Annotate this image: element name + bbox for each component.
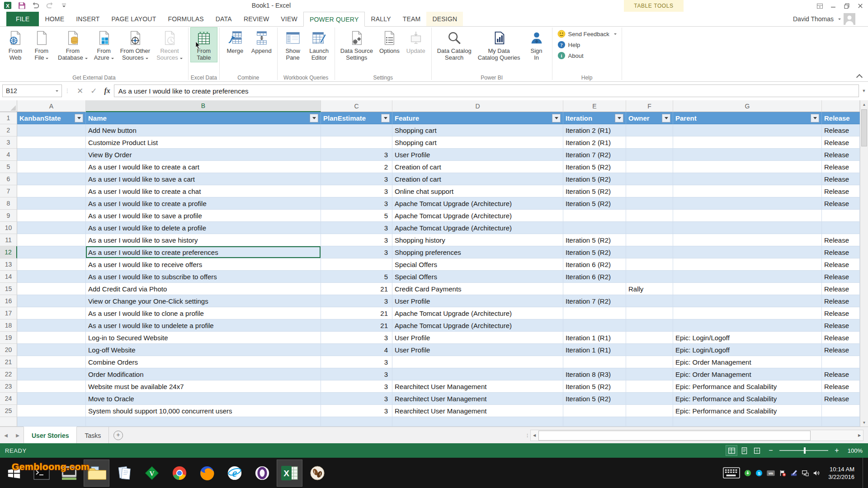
cell[interactable] xyxy=(17,344,86,356)
cell[interactable]: Special Offers xyxy=(392,271,563,283)
cell[interactable]: Website must be available 24x7 xyxy=(86,380,321,393)
table-header-parent[interactable]: Parent xyxy=(673,112,822,124)
from-table-button[interactable]: FromTable xyxy=(191,28,217,62)
cell[interactable]: Apache Tomcat Upgrade (Architecture) xyxy=(392,210,563,222)
cell[interactable] xyxy=(563,356,626,368)
row-header-9[interactable]: 9 xyxy=(0,210,17,222)
column-header-A[interactable]: A xyxy=(17,100,86,112)
taskbar-firefox-button[interactable] xyxy=(194,460,219,486)
tray-volume-icon[interactable] xyxy=(813,469,820,477)
cell[interactable] xyxy=(822,356,860,368)
cell[interactable] xyxy=(626,136,673,149)
taskbar-chrome-button[interactable] xyxy=(167,460,192,486)
tray-sync-icon[interactable] xyxy=(744,469,751,477)
cell[interactable] xyxy=(563,307,626,319)
sheet-prev-icon[interactable]: ◀ xyxy=(0,427,12,444)
cell[interactable] xyxy=(626,380,673,393)
cell[interactable]: Epic: Performance and Scalability xyxy=(673,405,822,417)
cell[interactable]: Release xyxy=(822,185,860,197)
cell[interactable] xyxy=(17,246,86,258)
cell[interactable]: Release xyxy=(822,234,860,246)
cell[interactable] xyxy=(626,185,673,197)
cell[interactable] xyxy=(17,332,86,344)
tab-rally[interactable]: RALLY xyxy=(365,12,396,26)
cell[interactable]: View By Order xyxy=(86,149,321,161)
cell[interactable]: As a user I would like to subscribe to o… xyxy=(86,271,321,283)
ribbon-options-button[interactable] xyxy=(813,0,826,11)
cell[interactable]: As a user I would like to undelete a pro… xyxy=(86,319,321,332)
cell[interactable]: Iteration 8 (R3) xyxy=(563,368,626,380)
row-header-18[interactable]: 18 xyxy=(0,319,17,332)
vertical-scroll-thumb[interactable] xyxy=(861,109,867,146)
cell[interactable]: 5 xyxy=(321,271,392,283)
cell[interactable] xyxy=(673,307,822,319)
page-layout-view-button[interactable] xyxy=(739,446,750,455)
sign-in-button[interactable]: SignIn xyxy=(524,28,550,62)
cell[interactable]: Apache Tomcat Upgrade (Architecture) xyxy=(392,307,563,319)
cell[interactable] xyxy=(17,271,86,283)
cell[interactable] xyxy=(673,210,822,222)
new-sheet-button[interactable]: + xyxy=(109,427,127,444)
filter-dropdown-icon[interactable] xyxy=(381,114,390,122)
cancel-icon[interactable]: ✕ xyxy=(77,86,83,96)
row-header-5[interactable]: 5 xyxy=(0,161,17,173)
taskbar-clock[interactable]: 10:14 AM3/22/2016 xyxy=(824,465,859,481)
cell[interactable] xyxy=(626,368,673,380)
cell[interactable]: 3 xyxy=(321,185,392,197)
cell[interactable] xyxy=(673,136,822,149)
tab-view[interactable]: VIEW xyxy=(275,12,303,26)
filter-dropdown-icon[interactable] xyxy=(662,114,670,122)
restore-button[interactable] xyxy=(840,0,854,11)
zoom-in-button[interactable]: + xyxy=(834,446,840,455)
column-header-D[interactable]: D xyxy=(392,100,563,112)
cell[interactable]: Epic: Performance and Scalability xyxy=(673,380,822,393)
cell[interactable]: Iteration 6 (R2) xyxy=(563,271,626,283)
zoom-slider-thumb[interactable] xyxy=(804,447,806,454)
horizontal-scrollbar[interactable]: ◀ ▶ xyxy=(530,430,863,441)
cell[interactable]: Log-in to Secured Website xyxy=(86,332,321,344)
cell[interactable]: Iteration 2 (R1) xyxy=(563,124,626,136)
cell[interactable]: 3 xyxy=(321,356,392,368)
save-button[interactable] xyxy=(17,0,27,10)
cell[interactable]: Iteration 7 (R2) xyxy=(563,295,626,307)
cell[interactable]: Epic: Order Management xyxy=(673,356,822,368)
table-header-release[interactable]: Release xyxy=(822,112,860,124)
cell[interactable] xyxy=(563,210,626,222)
taskbar-vim-button[interactable]: V xyxy=(139,460,164,486)
cell[interactable]: Release xyxy=(822,197,860,210)
cell[interactable] xyxy=(673,234,822,246)
cell[interactable]: Release xyxy=(822,136,860,149)
help-button[interactable]: ?Help xyxy=(557,40,617,49)
cell[interactable]: 3 xyxy=(321,368,392,380)
formula-input[interactable]: As a user I would like to create prefere… xyxy=(114,84,859,97)
tray-flag-icon[interactable] xyxy=(779,469,786,477)
cell[interactable] xyxy=(626,210,673,222)
cell[interactable] xyxy=(626,173,673,185)
cell[interactable]: Release xyxy=(822,393,860,405)
cell[interactable] xyxy=(626,258,673,271)
cell[interactable]: Credit Card Payments xyxy=(392,283,563,295)
cell[interactable]: Release xyxy=(822,173,860,185)
selected-cell[interactable]: As a user I would like to create prefere… xyxy=(86,246,321,258)
cell[interactable]: Creation of cart xyxy=(392,161,563,173)
cell[interactable] xyxy=(563,222,626,234)
cell[interactable]: Shopping cart xyxy=(392,124,563,136)
from-database-button[interactable]: FromDatabase xyxy=(55,28,91,62)
show-pane-button[interactable]: ShowPane xyxy=(280,28,306,62)
cell[interactable] xyxy=(626,124,673,136)
filter-dropdown-icon[interactable] xyxy=(615,114,623,122)
cell[interactable] xyxy=(626,356,673,368)
cell[interactable] xyxy=(626,307,673,319)
qat-menu-button[interactable] xyxy=(59,0,69,10)
cell[interactable]: Apache Tomcat Upgrade (Architecture) xyxy=(392,319,563,332)
column-header-G[interactable]: G xyxy=(673,100,822,112)
zoom-out-button[interactable]: − xyxy=(768,446,774,455)
tab-page-layout[interactable]: PAGE LAYOUT xyxy=(105,12,162,26)
cell[interactable] xyxy=(822,417,860,427)
cell[interactable] xyxy=(17,380,86,393)
tab-review[interactable]: REVIEW xyxy=(238,12,275,26)
cell[interactable] xyxy=(321,124,392,136)
cell[interactable]: 21 xyxy=(321,283,392,295)
cell[interactable]: Release xyxy=(822,307,860,319)
cell[interactable]: Release xyxy=(822,368,860,380)
